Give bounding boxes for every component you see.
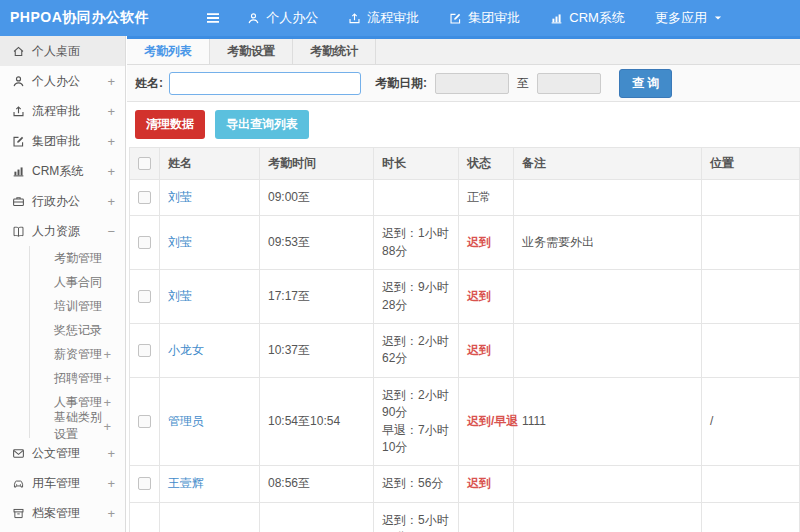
name-cell: 刘莹 xyxy=(160,270,260,324)
column-header: 位置 xyxy=(702,148,800,180)
sidebar-subitem-attendance-mgmt[interactable]: 考勤管理 xyxy=(30,246,125,270)
clean-data-button[interactable]: 清理数据 xyxy=(135,110,205,139)
date-to-input[interactable] xyxy=(537,73,601,94)
remark-cell: 1111 xyxy=(514,377,702,466)
sidebar-item-personal-desktop[interactable]: 个人桌面 xyxy=(0,36,125,66)
location-cell xyxy=(702,270,800,324)
nav-item-more-apps[interactable]: 更多应用 xyxy=(655,9,723,27)
expander-icon[interactable]: + xyxy=(107,104,115,119)
expander-icon[interactable]: + xyxy=(107,134,115,149)
expander-icon[interactable]: + xyxy=(107,446,115,461)
row-checkbox[interactable] xyxy=(138,290,151,303)
row-checkbox[interactable] xyxy=(138,415,151,428)
remark-cell xyxy=(514,466,702,502)
row-checkbox[interactable] xyxy=(138,191,151,204)
top-header: PHPOA协同办公软件 个人办公流程审批集团审批CRM系统更多应用 xyxy=(0,0,800,36)
employee-name-link[interactable]: 刘莹 xyxy=(168,235,192,249)
sidebar-item-hr[interactable]: 人力资源− xyxy=(0,216,125,246)
caret-down-icon xyxy=(713,13,723,23)
sidebar-item-admin-office[interactable]: 行政办公+ xyxy=(0,186,125,216)
status-cell: 正常 xyxy=(459,180,514,216)
home-icon xyxy=(12,45,25,58)
duration-line: 迟到：5小时33分 xyxy=(382,512,450,532)
sidebar-item-label: 行政办公 xyxy=(32,193,80,210)
sidebar-item-workflow-approval[interactable]: 流程审批+ xyxy=(0,96,125,126)
user-icon xyxy=(247,12,260,25)
briefcase-icon xyxy=(12,195,25,208)
expander-icon[interactable]: − xyxy=(107,224,115,239)
row-checkbox[interactable] xyxy=(138,236,151,249)
expander-icon[interactable]: + xyxy=(103,419,111,434)
sidebar-item-group-approval[interactable]: 集团审批+ xyxy=(0,126,125,156)
expander-icon[interactable]: + xyxy=(103,371,111,386)
sidebar-item-label: 个人办公 xyxy=(32,73,80,90)
duration-line: 迟到：2小时90分 xyxy=(382,387,450,422)
sidebar-subitem-salary-mgmt[interactable]: 薪资管理+ xyxy=(30,342,125,366)
actions-bar: 清理数据 导出查询列表 xyxy=(127,102,800,147)
book-icon xyxy=(12,225,25,238)
expander-icon[interactable]: + xyxy=(107,194,115,209)
employee-name-link[interactable]: 管理员 xyxy=(168,414,204,428)
tab-attendance-list[interactable]: 考勤列表 xyxy=(127,39,210,64)
expander-icon[interactable]: + xyxy=(107,74,115,89)
select-all-checkbox[interactable] xyxy=(138,157,151,170)
duration-cell xyxy=(374,180,459,216)
name-label: 姓名: xyxy=(135,75,163,92)
name-cell: 刘莹 xyxy=(160,216,260,270)
employee-name-link[interactable]: 刘莹 xyxy=(168,289,192,303)
nav-item-personal-office[interactable]: 个人办公 xyxy=(247,9,318,27)
top-nav: 个人办公流程审批集团审批CRM系统更多应用 xyxy=(247,9,723,27)
duration-line: 迟到：2小时62分 xyxy=(382,333,450,368)
table-row: 管理员10:54至10:54迟到：2小时90分早退：7小时10分迟到/早退111… xyxy=(130,377,800,466)
row-checkbox[interactable] xyxy=(138,344,151,357)
table-row: 刘莹09:53至迟到：1小时88分迟到业务需要外出 xyxy=(130,216,800,270)
nav-item-crm-system[interactable]: CRM系统 xyxy=(550,9,625,27)
name-input[interactable] xyxy=(169,72,361,95)
share-icon xyxy=(348,12,361,25)
column-header: 状态 xyxy=(459,148,514,180)
duration-line: 迟到：1小时88分 xyxy=(382,225,450,260)
column-header: 时长 xyxy=(374,148,459,180)
sidebar-subitem-recruit-mgmt[interactable]: 招聘管理+ xyxy=(30,366,125,390)
expander-icon[interactable]: + xyxy=(107,476,115,491)
sidebar-item-project-mgmt[interactable]: 项目管理+ xyxy=(0,528,125,532)
name-cell: 黄蓉 xyxy=(160,502,260,532)
tab-attendance-stats[interactable]: 考勤统计 xyxy=(293,39,376,64)
employee-name-link[interactable]: 王壹辉 xyxy=(168,476,204,490)
sidebar-item-archive-mgmt[interactable]: 档案管理+ xyxy=(0,498,125,528)
nav-item-workflow-approval[interactable]: 流程审批 xyxy=(348,9,419,27)
menu-toggle-icon[interactable] xyxy=(205,10,221,26)
sidebar-subitem-base-category-settings[interactable]: 基础类别设置+ xyxy=(30,414,125,438)
sidebar-item-label: CRM系统 xyxy=(32,163,83,180)
table-row: 刘莹09:00至正常 xyxy=(130,180,800,216)
sidebar-subitem-hr-contract[interactable]: 人事合同 xyxy=(30,270,125,294)
sidebar-item-personal-office[interactable]: 个人办公+ xyxy=(0,66,125,96)
sidebar-subitem-reward-punish-record[interactable]: 奖惩记录 xyxy=(30,318,125,342)
expander-icon[interactable]: + xyxy=(103,395,111,410)
attendance-time-cell: 10:54至10:54 xyxy=(260,377,374,466)
sidebar-item-crm-system[interactable]: CRM系统+ xyxy=(0,156,125,186)
query-button[interactable]: 查 询 xyxy=(619,69,672,98)
expander-icon[interactable]: + xyxy=(107,164,115,179)
tab-attendance-settings[interactable]: 考勤设置 xyxy=(210,39,293,64)
expander-icon[interactable]: + xyxy=(103,347,111,362)
duration-cell: 迟到：56分 xyxy=(374,466,459,502)
mail-icon xyxy=(12,447,25,460)
sidebar-item-vehicle-mgmt[interactable]: 用车管理+ xyxy=(0,468,125,498)
user-icon xyxy=(12,75,25,88)
edit-icon xyxy=(12,135,25,148)
nav-item-group-approval[interactable]: 集团审批 xyxy=(449,9,520,27)
sidebar-item-label: 人力资源 xyxy=(32,223,80,240)
column-header: 姓名 xyxy=(160,148,260,180)
menu-icon xyxy=(205,10,221,26)
employee-name-link[interactable]: 小龙女 xyxy=(168,343,204,357)
status-cell: 迟到 xyxy=(459,270,514,324)
date-from-input[interactable] xyxy=(435,73,509,94)
row-checkbox[interactable] xyxy=(138,477,151,490)
chart-icon xyxy=(550,12,563,25)
expander-icon[interactable]: + xyxy=(107,506,115,521)
sidebar-subitem-training-mgmt[interactable]: 培训管理 xyxy=(30,294,125,318)
employee-name-link[interactable]: 刘莹 xyxy=(168,190,192,204)
export-list-button[interactable]: 导出查询列表 xyxy=(215,110,309,139)
sidebar-item-label: 公文管理 xyxy=(32,445,80,462)
